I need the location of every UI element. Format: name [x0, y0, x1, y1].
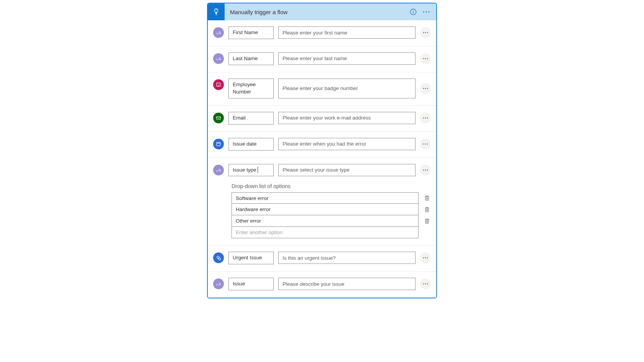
row-more-button[interactable]	[420, 165, 431, 175]
field-name-input[interactable]	[228, 26, 274, 39]
svg-point-14	[423, 58, 424, 59]
text-type-icon: aA	[213, 53, 224, 64]
text-type-icon: aA	[213, 165, 224, 175]
svg-point-30	[423, 143, 424, 144]
card-title: Manually trigger a flow	[225, 9, 409, 15]
text-type-icon: aA	[213, 27, 224, 38]
text-type-icon: aA	[213, 278, 224, 289]
svg-point-4	[423, 11, 424, 12]
svg-text:a: a	[216, 283, 218, 286]
field-name-input[interactable]	[228, 112, 274, 124]
card-header: Manually trigger a flow	[208, 3, 436, 20]
field-desc-input[interactable]	[278, 52, 416, 65]
svg-text:A: A	[218, 282, 221, 286]
svg-rect-3	[413, 11, 413, 13]
svg-point-21	[427, 88, 428, 89]
field-desc-input[interactable]	[278, 164, 416, 176]
svg-text:a: a	[216, 169, 218, 172]
trigger-icon	[208, 3, 225, 20]
svg-point-31	[425, 143, 426, 144]
field-name-input[interactable]: Issue type	[228, 164, 274, 177]
svg-text:A: A	[218, 168, 221, 172]
more-icon[interactable]	[422, 11, 430, 13]
input-row-first-name: aA	[208, 20, 436, 46]
input-row-email	[208, 106, 436, 132]
row-more-button[interactable]	[420, 278, 431, 289]
field-name-text: Issue type	[233, 167, 256, 174]
row-more-button[interactable]	[420, 139, 431, 149]
dropdown-options-label: Drop-down list of options	[232, 176, 431, 192]
row-more-button[interactable]	[420, 53, 431, 64]
field-desc-input[interactable]	[278, 138, 416, 150]
email-type-icon	[213, 113, 224, 123]
option-input[interactable]	[232, 215, 419, 227]
svg-point-37	[427, 169, 428, 170]
field-name-input[interactable]	[228, 138, 274, 151]
field-desc-input[interactable]	[278, 112, 416, 124]
option-input[interactable]	[232, 192, 419, 204]
svg-point-19	[423, 88, 424, 89]
delete-option-button[interactable]	[423, 218, 431, 224]
input-row-last-name: aA	[208, 46, 436, 72]
input-row-employee-number: 12 Employee Number	[208, 72, 436, 106]
field-desc-input[interactable]	[278, 26, 416, 39]
option-input[interactable]	[232, 204, 419, 215]
svg-rect-22	[217, 116, 221, 119]
option-row	[232, 192, 431, 204]
svg-point-36	[425, 169, 426, 170]
svg-text:a: a	[216, 57, 218, 61]
svg-point-47	[427, 283, 428, 285]
header-actions	[409, 8, 436, 16]
info-icon[interactable]	[409, 8, 417, 16]
svg-point-40	[423, 257, 424, 259]
svg-text:A: A	[218, 31, 221, 35]
svg-point-6	[428, 11, 429, 12]
yesno-type-icon	[213, 252, 224, 263]
svg-point-42	[427, 257, 428, 259]
delete-option-button[interactable]	[423, 195, 431, 201]
svg-point-9	[423, 32, 424, 33]
field-name-input[interactable]	[228, 252, 274, 264]
field-desc-input[interactable]	[278, 79, 416, 98]
svg-point-15	[425, 58, 426, 59]
svg-point-10	[425, 32, 426, 33]
svg-point-45	[423, 283, 424, 285]
date-type-icon	[213, 139, 224, 149]
row-more-button[interactable]	[420, 83, 431, 94]
row-more-button[interactable]	[420, 27, 431, 38]
svg-text:A: A	[218, 56, 221, 61]
option-row	[232, 227, 431, 238]
number-type-icon: 12	[213, 79, 224, 90]
svg-point-24	[425, 117, 426, 118]
text-cursor-icon	[258, 167, 258, 173]
new-option-input[interactable]	[232, 227, 419, 238]
field-desc-input[interactable]	[278, 252, 416, 264]
svg-point-23	[423, 117, 424, 118]
svg-point-11	[427, 32, 428, 33]
row-more-button[interactable]	[420, 252, 431, 263]
svg-rect-26	[217, 142, 220, 146]
field-name-input[interactable]	[228, 52, 274, 65]
svg-text:12: 12	[217, 84, 220, 86]
dropdown-options-block: Drop-down list of options	[208, 176, 436, 246]
delete-option-button[interactable]	[423, 206, 431, 213]
option-row	[232, 215, 431, 227]
field-name-input[interactable]: Employee Number	[228, 79, 274, 98]
svg-point-35	[423, 169, 424, 170]
field-name-input[interactable]	[228, 278, 274, 290]
flow-trigger-card: Manually trigger a flow aA	[207, 3, 437, 298]
svg-point-32	[427, 143, 428, 144]
svg-point-16	[427, 58, 428, 59]
row-more-button[interactable]	[420, 113, 431, 123]
svg-point-2	[413, 10, 414, 11]
field-desc-input[interactable]	[278, 278, 416, 290]
svg-point-25	[427, 117, 428, 118]
option-row	[232, 204, 431, 215]
svg-point-5	[426, 11, 427, 12]
input-row-issue-date	[208, 132, 436, 158]
svg-text:a: a	[216, 31, 218, 35]
svg-point-41	[425, 257, 426, 259]
svg-point-20	[425, 88, 426, 89]
input-row-issue: aA	[208, 272, 436, 298]
svg-point-46	[425, 283, 426, 285]
